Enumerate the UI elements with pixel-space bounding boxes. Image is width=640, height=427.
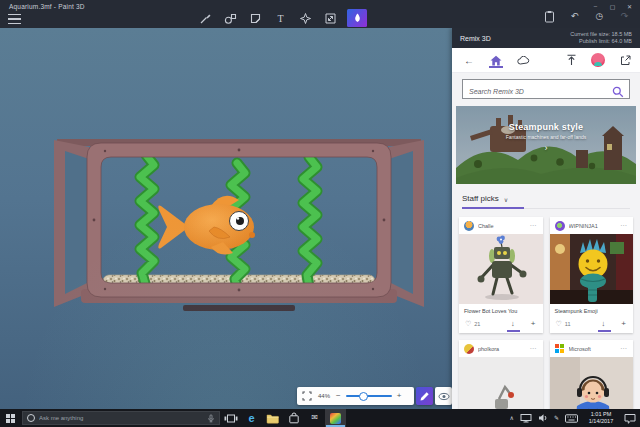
file-explorer-button[interactable] <box>262 409 283 427</box>
fit-to-view-icon[interactable] <box>302 391 312 401</box>
creator-avatar[interactable] <box>464 221 474 231</box>
more-options-icon[interactable]: ⋯ <box>620 345 628 353</box>
touch-keyboard-icon[interactable] <box>565 414 578 423</box>
creator-avatar[interactable] <box>555 221 565 231</box>
card-header: Challe ⋯ <box>459 217 543 234</box>
zoom-slider-handle[interactable] <box>359 392 368 401</box>
steampunk-emoji-art <box>550 234 634 304</box>
chevron-down-icon[interactable]: ∨ <box>504 195 508 203</box>
redo-icon[interactable]: ↷ <box>618 10 631 23</box>
menu-button[interactable] <box>8 14 21 24</box>
back-icon[interactable]: ← <box>462 52 476 68</box>
folder-icon <box>266 413 279 424</box>
text-tool-button[interactable]: T <box>272 10 289 27</box>
network-icon[interactable] <box>520 413 532 423</box>
staff-picks-header[interactable]: Staff picks ∨ <box>462 194 630 209</box>
more-options-icon[interactable]: ⋯ <box>530 345 538 353</box>
more-options-icon[interactable]: ⋯ <box>620 222 628 230</box>
model-card-flower-bot[interactable]: Challe ⋯ <box>459 217 543 333</box>
brush-icon <box>199 12 212 25</box>
zoom-out-button[interactable]: − <box>336 392 341 400</box>
canvas-icon <box>324 12 337 25</box>
cortana-search-box[interactable] <box>22 411 220 425</box>
zoom-slider[interactable] <box>346 391 392 401</box>
pholkora-art <box>459 357 543 409</box>
paint3d-window: Aquarium.3mf - Paint 3D – ▢ ✕ T <box>0 0 640 427</box>
task-view-button[interactable] <box>220 409 241 427</box>
action-center-icon[interactable] <box>624 413 636 424</box>
remix-nav-bar: ← <box>452 48 640 73</box>
remix-search-box <box>462 79 630 99</box>
add-to-scene-icon[interactable]: + <box>531 319 536 328</box>
effects-tool-button[interactable] <box>297 10 314 27</box>
search-icon[interactable] <box>612 84 624 102</box>
creator-avatar[interactable] <box>555 344 565 354</box>
remix-panel-header: Remix 3D Current file size: 18.5 MB Publ… <box>452 28 640 48</box>
model-thumbnail[interactable] <box>459 357 543 409</box>
zoom-in-button[interactable]: + <box>397 392 402 400</box>
title-bar: Aquarium.3mf - Paint 3D – ▢ ✕ T <box>0 0 640 28</box>
stickers-tool-button[interactable] <box>247 10 264 27</box>
more-options-icon[interactable]: ⋯ <box>530 222 538 230</box>
upload-icon[interactable] <box>564 52 578 68</box>
banner-chevron-icon[interactable]: › <box>456 144 636 153</box>
paint-3d-icon <box>330 413 341 424</box>
store-bag-icon <box>288 412 300 424</box>
card-header: Microsoft ⋯ <box>550 340 634 357</box>
taskbar-search-input[interactable] <box>39 415 203 421</box>
model-thumbnail[interactable] <box>550 357 634 409</box>
user-avatar[interactable] <box>591 53 605 67</box>
model-title: Steampunk Emoji <box>550 304 634 315</box>
system-tray: ∧ ✎ 1:01 PM 1/14/2017 <box>510 411 640 425</box>
like-count: 11 <box>565 321 571 327</box>
microphone-icon[interactable] <box>207 413 215 424</box>
model-thumbnail[interactable] <box>550 234 634 304</box>
store-button[interactable] <box>283 409 304 427</box>
paint-3d-taskbar-button[interactable] <box>325 409 346 427</box>
like-heart-icon[interactable]: ♡ <box>465 320 471 328</box>
edge-button[interactable]: e <box>241 409 262 427</box>
clock-date: 1/14/2017 <box>584 418 618 425</box>
canvas-tool-button[interactable] <box>322 10 339 27</box>
tray-chevron-up-icon[interactable]: ∧ <box>510 415 514 421</box>
view-mode-button[interactable] <box>435 387 452 405</box>
pen-icon[interactable]: ✎ <box>554 415 559 421</box>
remix-3d-tool-button[interactable] <box>347 9 367 27</box>
undo-icon[interactable]: ↶ <box>568 10 581 23</box>
search-input[interactable] <box>463 83 629 101</box>
card-header: pholkora ⋯ <box>459 340 543 357</box>
creator-avatar[interactable] <box>464 344 474 354</box>
brushes-tool-button[interactable] <box>197 10 214 27</box>
aquarium-scene[interactable] <box>53 138 425 320</box>
like-heart-icon[interactable]: ♡ <box>556 320 562 328</box>
start-button[interactable] <box>0 409 21 427</box>
volume-icon[interactable] <box>538 413 548 423</box>
home-tab[interactable] <box>489 52 503 68</box>
history-controls: ↶ ◷ ↷ <box>543 10 631 23</box>
zoom-level: 44% <box>317 393 331 399</box>
model-card-steampunk-emoji[interactable]: WIPNINJA1 ⋯ <box>550 217 634 333</box>
model-thumbnail[interactable] <box>459 234 543 304</box>
mail-button[interactable]: ✉ <box>304 409 325 427</box>
download-icon[interactable]: ↓ <box>599 319 609 328</box>
community-tab[interactable] <box>516 52 530 68</box>
featured-banner[interactable]: Steampunk style Fantastic machines and f… <box>456 106 636 184</box>
model-card-pholkora[interactable]: pholkora ⋯ <box>459 340 543 409</box>
seaweed-left[interactable] <box>140 155 154 287</box>
creator-name: pholkora <box>478 346 526 352</box>
paste-icon[interactable] <box>543 10 556 23</box>
3d-shapes-tool-button[interactable] <box>222 10 239 27</box>
add-to-scene-icon[interactable]: + <box>621 319 626 328</box>
current-file-size: Current file size: 18.5 MB <box>570 31 632 38</box>
model-card-microsoft[interactable]: Microsoft ⋯ <box>550 340 634 409</box>
history-icon[interactable]: ◷ <box>593 10 606 23</box>
panel-title: Remix 3D <box>460 35 491 42</box>
edit-mode-button[interactable] <box>416 387 433 405</box>
open-external-icon[interactable] <box>618 52 632 68</box>
canvas-3d-viewport[interactable]: 44% − + <box>0 28 452 409</box>
effects-icon <box>299 12 312 25</box>
download-icon[interactable]: ↓ <box>508 319 518 328</box>
seaweed-right[interactable] <box>303 157 317 287</box>
taskbar-clock[interactable]: 1:01 PM 1/14/2017 <box>584 411 618 425</box>
pencil-icon <box>419 391 430 402</box>
